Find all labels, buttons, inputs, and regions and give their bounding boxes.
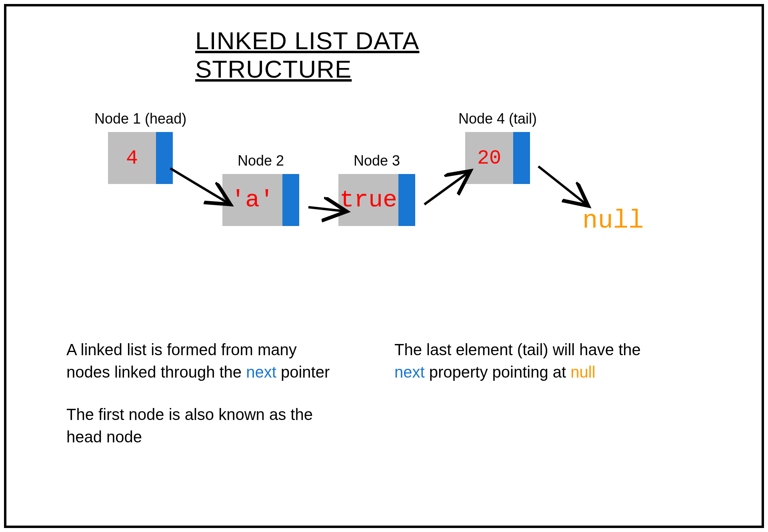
highlight-next: next — [246, 363, 276, 381]
node-box: true — [338, 174, 415, 226]
node-box: 20 — [465, 132, 530, 184]
node-4-tail: Node 4 (tail) 20 — [458, 110, 537, 184]
node-box: 4 — [108, 132, 173, 184]
arrow-icon — [538, 166, 586, 204]
description-left: A linked list is formed from many nodes … — [66, 338, 338, 448]
node-value: 4 — [108, 132, 156, 184]
node-next-pointer — [513, 132, 530, 184]
node-next-pointer — [156, 132, 173, 184]
node-3: Node 3 true — [338, 152, 415, 226]
text-segment: pointer — [276, 363, 330, 381]
diagram-title: LINKED LIST DATA STRUCTURE — [195, 26, 573, 83]
text-segment: The last element (tail) will have the — [394, 341, 641, 358]
node-box: 'a' — [222, 174, 299, 226]
node-2: Node 2 'a' — [222, 152, 299, 226]
node-next-pointer — [398, 174, 415, 226]
node-label: Node 1 (head) — [94, 110, 186, 127]
description-right: The last element (tail) will have the ne… — [394, 338, 650, 383]
node-value: 20 — [465, 132, 513, 184]
highlight-next: next — [394, 363, 425, 381]
node-label: Node 4 (tail) — [458, 110, 537, 127]
node-label: Node 2 — [238, 152, 284, 169]
node-value: true — [338, 174, 398, 226]
text-segment: property pointing at — [425, 363, 571, 381]
description-paragraph: A linked list is formed from many nodes … — [66, 338, 338, 383]
diagram-frame: LINKED LIST DATA STRUCTURE Node 1 (head)… — [4, 4, 764, 528]
node-next-pointer — [282, 174, 299, 226]
description-paragraph: The last element (tail) will have the ne… — [394, 338, 650, 383]
node-1-head: Node 1 (head) 4 — [94, 110, 186, 184]
null-terminator: null — [582, 206, 644, 235]
highlight-null: null — [570, 363, 595, 381]
node-label: Node 3 — [354, 152, 400, 169]
node-value: 'a' — [222, 174, 282, 226]
description-paragraph: The first node is also known as the head… — [66, 403, 338, 448]
linked-list-diagram: Node 1 (head) 4 Node 2 'a' Node 3 true N… — [6, 110, 762, 290]
